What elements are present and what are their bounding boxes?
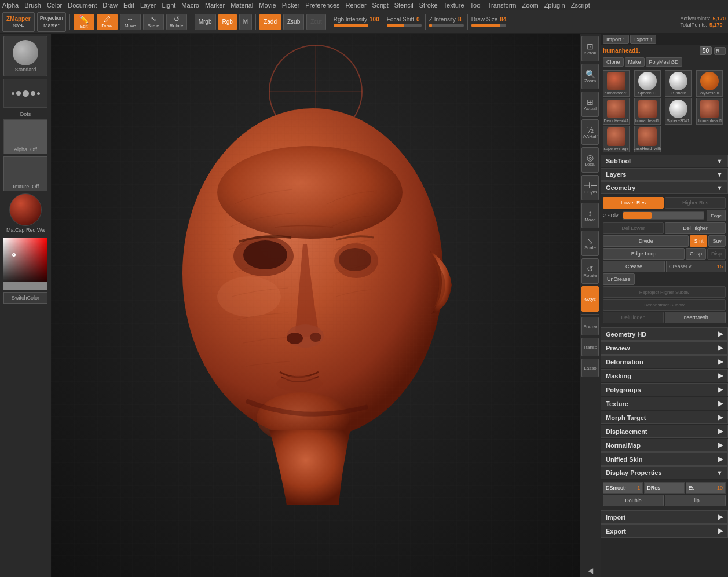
dres-control[interactable]: DRes: [644, 482, 684, 494]
suv-btn[interactable]: Suv: [708, 235, 726, 247]
local-btn[interactable]: ◎ Local: [581, 147, 599, 173]
menu-preferences[interactable]: Preferences: [305, 2, 339, 9]
es-control[interactable]: Es -10: [686, 482, 726, 494]
layers-header[interactable]: Layers ▼: [601, 168, 728, 181]
menu-script[interactable]: Script: [372, 2, 389, 9]
menu-marker[interactable]: Marker: [205, 2, 225, 9]
crease-lvl-control[interactable]: CreaseLvl 15: [666, 261, 726, 272]
lower-res-btn[interactable]: Lower Res: [603, 197, 664, 209]
tool-basehead[interactable]: baseHead_with: [634, 126, 661, 152]
del-lower-btn[interactable]: Del Lower: [603, 222, 664, 234]
crisp-btn[interactable]: Crisp: [686, 248, 706, 260]
reconstruct-btn[interactable]: Reconstruct Subdiv: [603, 299, 726, 311]
subtool-header[interactable]: SubTool ▼: [601, 155, 728, 167]
menu-layer[interactable]: Layer: [140, 2, 156, 9]
canvas-area[interactable]: [51, 34, 580, 577]
export-bottom-header[interactable]: Export ▶: [601, 524, 728, 538]
dot-brush-swatch[interactable]: [3, 79, 47, 108]
import-bottom-header[interactable]: Import ▶: [601, 510, 728, 524]
brush-swatch[interactable]: Standard: [3, 36, 47, 76]
flip-btn[interactable]: Flip: [665, 495, 726, 506]
move-nav-btn[interactable]: ↕ Move: [581, 203, 599, 228]
lsym-btn[interactable]: ⊣⊢ L.Sym: [581, 175, 599, 200]
disp-btn[interactable]: Disp: [707, 248, 726, 260]
divide-btn[interactable]: Divide: [603, 235, 689, 247]
menu-document[interactable]: Document: [68, 2, 97, 9]
tool-humanhead1c[interactable]: _humanhead1: [696, 98, 723, 125]
frame-btn[interactable]: Frame: [581, 317, 599, 335]
import-top-btn[interactable]: Import ↑: [603, 35, 629, 44]
preview-header[interactable]: Preview ▶: [601, 341, 728, 355]
geometry-header[interactable]: Geometry ▼: [601, 181, 728, 194]
panel-collapse-arrow[interactable]: ◀: [586, 567, 594, 575]
alpha-swatch[interactable]: Alpha_Off: [3, 119, 47, 154]
menu-tool[interactable]: Tool: [470, 2, 482, 9]
insertmesh-btn[interactable]: InsertMesh: [665, 312, 726, 323]
zadd-btn[interactable]: Zadd: [259, 14, 281, 30]
unified-skin-header[interactable]: Unified Skin ▶: [601, 452, 728, 466]
tool-superaverage[interactable]: superaverage: [603, 126, 630, 152]
scroll-btn[interactable]: ⊡ Scroll: [581, 36, 599, 61]
move-btn[interactable]: ↔ Move: [120, 14, 141, 30]
menu-texture[interactable]: Texture: [444, 2, 464, 9]
tool-demohead[interactable]: DemoHead#1: [603, 98, 630, 125]
draw-size-slider[interactable]: [471, 24, 506, 27]
polymesh3d-btn[interactable]: PolyMesh3D: [646, 57, 682, 67]
menu-draw[interactable]: Draw: [103, 2, 118, 9]
transp-btn[interactable]: Transp: [581, 338, 599, 356]
clone-btn[interactable]: Clone: [603, 57, 624, 67]
mrgb-btn[interactable]: Mrgb: [195, 14, 216, 30]
rgb-btn[interactable]: Rgb: [218, 14, 237, 30]
zcut-btn[interactable]: Zcut: [306, 14, 325, 30]
menu-render[interactable]: Render: [346, 2, 367, 9]
morph-target-header[interactable]: Morph Target ▶: [601, 411, 728, 424]
matcap-swatch[interactable]: MatCap Red Wa: [6, 193, 45, 233]
del-higher-btn[interactable]: Del Higher: [665, 222, 726, 234]
display-props-header[interactable]: Display Properties ▼: [601, 466, 728, 479]
r-btn[interactable]: R: [714, 47, 726, 55]
menu-color[interactable]: Color: [47, 2, 62, 9]
rgb-intensity-slider[interactable]: [334, 24, 368, 27]
tool-polymesh3d[interactable]: PolyMesh3D: [696, 70, 723, 97]
menu-zoom[interactable]: Zoom: [522, 2, 539, 9]
gxyz-btn[interactable]: GXyz: [581, 286, 599, 312]
menu-stencil[interactable]: Stencil: [394, 2, 414, 9]
crease-btn[interactable]: Crease: [603, 261, 665, 272]
edge-loop-btn[interactable]: Edge Loop: [603, 248, 685, 260]
menu-movie[interactable]: Movie: [259, 2, 276, 9]
make-btn[interactable]: Make: [625, 57, 645, 67]
menu-picker[interactable]: Picker: [282, 2, 300, 9]
sdiv-slider[interactable]: [623, 211, 704, 220]
menu-light[interactable]: Light: [162, 2, 176, 9]
z-intensity-slider[interactable]: [429, 24, 464, 27]
zsub-btn[interactable]: Zsub: [283, 14, 304, 30]
menu-material[interactable]: Material: [231, 2, 253, 9]
tool-sphere3d1[interactable]: Sphere3D#1: [665, 98, 692, 125]
menu-macro[interactable]: Macro: [181, 2, 199, 9]
rotate-nav-btn[interactable]: ↺ Rotate: [581, 258, 599, 284]
scale-nav-btn[interactable]: ⤡ Scale: [581, 231, 599, 256]
lasso-btn[interactable]: Lasso: [581, 359, 599, 377]
focal-shift-slider[interactable]: [387, 24, 422, 27]
edit-btn[interactable]: ✏️ Edit: [74, 14, 94, 30]
geometry-hd-header[interactable]: Geometry HD ▶: [601, 327, 728, 341]
normalmap-header[interactable]: NormalMap ▶: [601, 439, 728, 452]
menu-transform[interactable]: Transform: [488, 2, 517, 9]
zoom-btn[interactable]: 🔍 Zoom: [581, 64, 599, 89]
menu-alpha[interactable]: Alpha: [2, 2, 19, 9]
export-top-btn[interactable]: Export ↑: [630, 35, 656, 44]
actual-btn[interactable]: ⊞ Actual: [581, 92, 599, 117]
edge-btn[interactable]: Edge: [707, 210, 726, 221]
menu-brush[interactable]: Brush: [24, 2, 41, 9]
higher-res-btn[interactable]: Higher Res: [665, 197, 726, 209]
delhidden-btn[interactable]: DelHidden: [603, 312, 664, 323]
texture-swatch[interactable]: Texture_Off: [3, 156, 47, 191]
menu-stroke[interactable]: Stroke: [419, 2, 438, 9]
color-picker[interactable]: [3, 238, 47, 290]
menu-edit[interactable]: Edit: [123, 2, 134, 9]
tool-humanhead1[interactable]: humanhead1: [603, 70, 630, 97]
reproject-btn[interactable]: Reproject Higher Subdiv: [603, 286, 726, 298]
masking-header[interactable]: Masking ▶: [601, 369, 728, 382]
tool-sphere3d[interactable]: Sphere3D: [634, 70, 661, 97]
tool-zsphere[interactable]: ZSphere: [665, 70, 692, 97]
